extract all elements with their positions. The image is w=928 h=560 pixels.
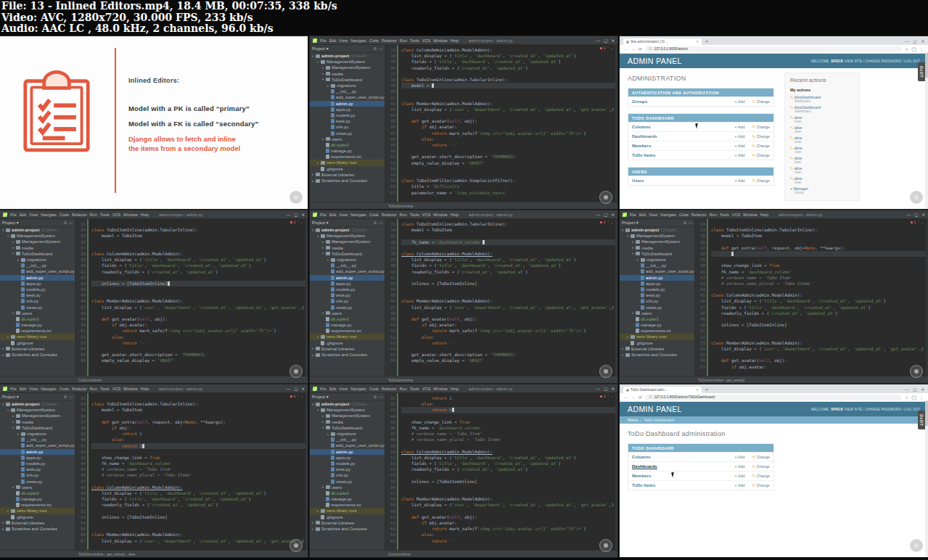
tree-item[interactable]: ▸venv library root [310, 334, 385, 339]
tree-item[interactable]: tests.py [0, 292, 75, 298]
project-selector[interactable]: Project ▾ [2, 395, 19, 399]
menu-item-file[interactable]: File [320, 38, 327, 43]
tree-item[interactable]: ▸Scratches and Consoles [620, 352, 694, 358]
menu-item-run[interactable]: Run [710, 213, 717, 217]
menu-item-vcs[interactable]: VCS [422, 213, 430, 217]
close-icon[interactable]: ✕ [611, 387, 615, 391]
tree-item[interactable]: models.py [310, 287, 385, 292]
model-link[interactable]: Columns [632, 125, 651, 129]
tree-item[interactable]: models.py [310, 112, 385, 118]
site-brand-link[interactable]: ADMIN PANEL [628, 57, 682, 65]
prev-next-error-icons[interactable]: ⌃ ⌄ [917, 221, 924, 224]
menu-item-file[interactable]: File [320, 387, 327, 391]
tree-item[interactable]: ▾ToDoDashboard [310, 425, 385, 431]
tree-item[interactable]: tests.py [0, 466, 75, 472]
tree-item[interactable]: urls.py [310, 472, 385, 478]
tree-item[interactable]: ▸ManagementSystem [310, 413, 385, 419]
menu-item-refactor[interactable]: Refactor [382, 38, 397, 43]
settings-icon[interactable]: ⚙ [64, 395, 67, 399]
menu-item-help[interactable]: Help [451, 38, 459, 43]
tree-item[interactable]: tests.py [310, 466, 385, 472]
tree-item[interactable]: admin.py [0, 449, 75, 455]
tree-item[interactable]: apps.py [0, 281, 75, 287]
tree-item[interactable]: add_super_user_script.py [310, 268, 385, 274]
menu-item-vcs[interactable]: VCS [732, 213, 740, 217]
tree-item[interactable]: models.py [0, 287, 75, 292]
tree-item[interactable]: add_super_user_script.py [310, 94, 385, 100]
tree-item[interactable]: views.py [620, 304, 694, 310]
model-link[interactable]: ToDo Items [632, 153, 655, 157]
menu-item-refactor[interactable]: Refactor [691, 213, 707, 217]
change-link[interactable]: ✎ Change [752, 125, 770, 129]
project-selector[interactable]: Project ▾ [312, 46, 329, 51]
profile-icon[interactable]: ◯ [911, 395, 916, 400]
tree-item[interactable]: ▸ManagementSystem [0, 239, 75, 244]
tree-item[interactable]: ▸venv library root [0, 334, 75, 339]
tree-item[interactable]: urls.py [0, 298, 75, 304]
tree-item[interactable]: ▸users [620, 310, 694, 316]
maximize-icon[interactable]: ▢ [294, 387, 297, 391]
minimize-icon[interactable]: — [287, 387, 291, 391]
tree-item[interactable]: .gitignore [0, 340, 75, 346]
menu-item-navigate[interactable]: Navigate [41, 213, 57, 217]
tree-item[interactable]: manage.py [0, 322, 75, 328]
minimize-icon[interactable]: — [596, 387, 601, 391]
tree-item[interactable]: ▸migrations [0, 431, 75, 437]
hide-panel-icon[interactable]: — [69, 221, 73, 225]
add-link[interactable]: + Add [735, 125, 745, 129]
tree-item[interactable]: db.sqlite3 [310, 142, 385, 148]
tree-item[interactable]: apps.py [0, 455, 75, 461]
bookmark-star-icon[interactable]: ☆ [905, 395, 908, 400]
tree-item[interactable]: ▸migrations [620, 257, 694, 263]
menu-item-edit[interactable]: Edit [20, 387, 26, 391]
menu-item-view[interactable]: View [339, 387, 348, 391]
minimize-icon[interactable]: — [596, 38, 601, 43]
model-link[interactable]: Members [632, 474, 651, 478]
code-area[interactable]: class ToDoItemInline(admin.TabularInline… [397, 219, 617, 376]
tree-item[interactable]: ▸users [310, 310, 385, 316]
breadcrumb-home-link[interactable]: Home [628, 418, 638, 422]
tree-item[interactable]: __init__.py [310, 263, 385, 268]
tree-item[interactable]: add_super_user_script.py [310, 442, 385, 448]
browser-menu-icon[interactable]: ⋮ [919, 395, 924, 400]
tree-item[interactable]: ▾admin-projectC:\Users\… [310, 401, 385, 407]
close-icon[interactable]: ✕ [921, 39, 924, 44]
tree-item[interactable]: ▸External Libraries [310, 172, 385, 178]
dzdt-extension-tab[interactable]: DzDT [918, 62, 925, 81]
minimize-icon[interactable]: — [287, 213, 291, 217]
menu-item-edit[interactable]: Edit [329, 387, 336, 391]
menu-item-edit[interactable]: Edit [329, 213, 336, 217]
prev-next-error-icons[interactable]: ⌃ ⌄ [607, 395, 613, 398]
menu-item-view[interactable]: View [649, 213, 657, 217]
tree-item[interactable]: views.py [0, 304, 75, 310]
tree-item[interactable]: admin.py [0, 275, 75, 281]
tree-item[interactable]: ▸ManagementSystem [620, 239, 694, 244]
project-selector[interactable]: Project ▾ [312, 221, 329, 225]
code-area[interactable]: class ToDoItemInline(admin.TabularInline… [87, 219, 308, 376]
tree-item[interactable]: ▸External Libraries [310, 346, 385, 352]
tree-item[interactable]: apps.py [310, 107, 385, 112]
tree-item[interactable]: ▸media [0, 419, 75, 425]
tree-item[interactable]: ▾ManagementSystem [0, 233, 75, 239]
menu-item-vcs[interactable]: VCS [422, 38, 430, 43]
browser-tab[interactable]: ToDo Dashboard adm…✕ [623, 387, 702, 393]
tree-item[interactable]: add_super_user_script.py [0, 268, 75, 274]
tree-item[interactable]: add_super_user_script.py [0, 442, 75, 448]
tree-item[interactable]: __init__.py [310, 88, 385, 94]
tree-item[interactable]: views.py [310, 478, 385, 484]
close-icon[interactable]: ✕ [611, 38, 615, 43]
tree-item[interactable]: __init__.py [0, 437, 75, 442]
menu-item-edit[interactable]: Edit [639, 213, 646, 217]
tree-item[interactable]: manage.py [620, 322, 694, 328]
maximize-icon[interactable]: ▢ [294, 213, 297, 217]
menu-item-refactor[interactable]: Refactor [72, 387, 87, 391]
menu-item-navigate[interactable]: Navigate [660, 213, 676, 217]
tree-item[interactable]: urls.py [620, 298, 694, 304]
change-link[interactable]: ✎ Change [752, 134, 770, 139]
tree-item[interactable]: models.py [310, 461, 385, 466]
tree-item[interactable]: db.sqlite3 [310, 316, 385, 322]
minimize-icon[interactable]: — [596, 213, 601, 217]
tree-item[interactable]: ▸venv library root [0, 508, 75, 514]
tree-item[interactable]: ▸External Libraries [620, 346, 694, 352]
editor-scrollbar[interactable] [615, 45, 617, 202]
